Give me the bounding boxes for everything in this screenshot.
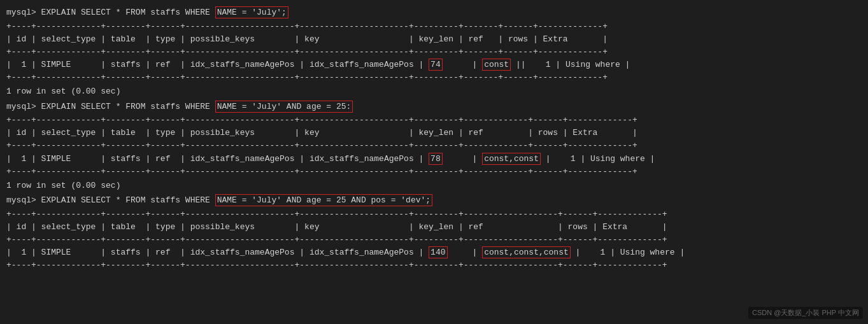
query2-result: 1 row in set (0.00 sec) xyxy=(6,180,862,192)
query3-sep3: +----+-------------+--------+------+----… xyxy=(6,259,862,272)
query1-command: mysql> EXPLAIN SELECT * FROM staffs WHER… xyxy=(6,6,862,19)
query1-result: 1 row in set (0.00 sec) xyxy=(6,85,862,98)
query2-prefix: mysql> EXPLAIN SELECT * FROM staffs WHER… xyxy=(6,102,215,111)
query2-section: mysql> EXPLAIN SELECT * FROM staffs WHER… xyxy=(6,101,862,192)
query2-ref: const,const xyxy=(482,153,541,165)
query1-sep1: +----+-------------+--------+------+----… xyxy=(6,20,862,33)
query3-sep1: +----+-------------+--------+------+----… xyxy=(6,208,862,221)
query2-header: | id | select_type | table | type | poss… xyxy=(6,127,862,139)
query1-section: mysql> EXPLAIN SELECT * FROM staffs WHER… xyxy=(6,6,862,98)
query2-extra: Using where xyxy=(590,154,645,164)
query2-keylen: 78 xyxy=(429,153,443,165)
query1-header: | id | select_type | table | type | poss… xyxy=(6,33,862,46)
query3-prefix: mysql> EXPLAIN SELECT * FROM staffs WHER… xyxy=(6,195,215,205)
query2-sep3: +----+-------------+--------+------+----… xyxy=(6,166,862,178)
query1-prefix: mysql> EXPLAIN SELECT * FROM staffs WHER… xyxy=(6,8,215,17)
query3-sep2: +----+-------------+--------+------+----… xyxy=(6,234,862,246)
terminal: mysql> EXPLAIN SELECT * FROM staffs WHER… xyxy=(6,6,862,272)
watermark: CSDN @天数据_小装 PHP 中文网 xyxy=(748,307,863,319)
query2-command: mysql> EXPLAIN SELECT * FROM staffs WHER… xyxy=(6,101,862,113)
query3-section: mysql> EXPLAIN SELECT * FROM staffs WHER… xyxy=(6,194,862,272)
query1-sep2: +----+-------------+--------+------+----… xyxy=(6,46,862,59)
query1-extra: Using where xyxy=(566,60,620,69)
query2-sep1: +----+-------------+--------+------+----… xyxy=(6,114,862,127)
query1-sep3: +----+-------------+--------+------+----… xyxy=(6,71,862,84)
query3-header: | id | select_type | table | type | poss… xyxy=(6,221,862,234)
query2-row: | 1 | SIMPLE | staffs | ref | idx_staffs… xyxy=(6,153,862,166)
query3-row: | 1 | SIMPLE | staffs | ref | idx_staffs… xyxy=(6,246,862,259)
query3-command: mysql> EXPLAIN SELECT * FROM staffs WHER… xyxy=(6,194,862,207)
query2-sep2: +----+-------------+--------+------+----… xyxy=(6,139,862,152)
query2-highlight: NAME = 'July' AND age = 25: xyxy=(215,101,353,113)
query1-row: | 1 | SIMPLE | staffs | ref | idx_staffs… xyxy=(6,59,862,71)
query3-highlight: NAME = 'July' AND age = 25 AND pos = 'de… xyxy=(215,194,432,206)
query1-ref: const xyxy=(482,59,511,71)
query3-extra: Using where xyxy=(620,248,675,257)
query3-keylen: 140 xyxy=(429,246,447,258)
query3-ref: const,const,const xyxy=(482,246,571,258)
query1-keylen: 74 xyxy=(429,59,443,71)
query1-highlight: NAME = 'July'; xyxy=(215,6,288,18)
